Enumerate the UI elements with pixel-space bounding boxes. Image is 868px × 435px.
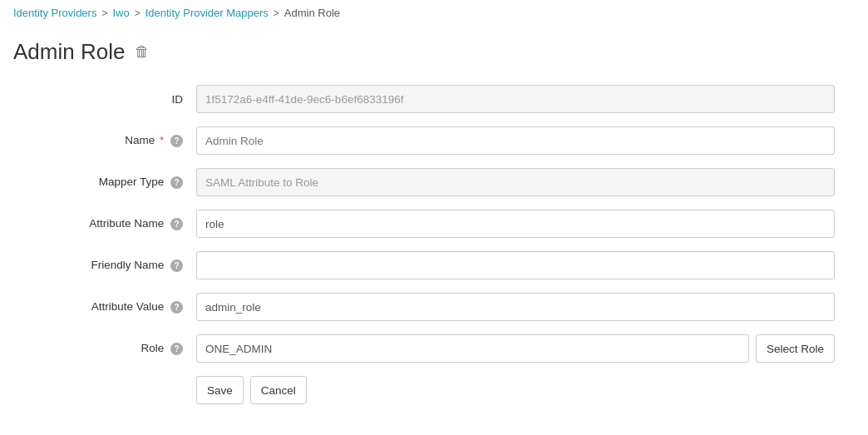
attribute-value-row: Attribute Value ? bbox=[13, 293, 835, 321]
mapper-type-field bbox=[196, 168, 835, 196]
attribute-value-help-icon[interactable]: ? bbox=[170, 301, 183, 314]
attribute-name-label: Attribute Name ? bbox=[13, 217, 196, 230]
role-input-group: Select Role bbox=[196, 334, 835, 363]
cancel-button[interactable]: Cancel bbox=[250, 376, 307, 404]
role-label: Role ? bbox=[13, 342, 196, 355]
select-role-button[interactable]: Select Role bbox=[756, 334, 835, 363]
breadcrumb-sep-2: > bbox=[135, 7, 141, 19]
mapper-type-help-icon[interactable]: ? bbox=[170, 176, 183, 189]
breadcrumb-iwo[interactable]: Iwo bbox=[112, 7, 129, 19]
id-row: ID bbox=[13, 85, 835, 113]
name-label: Name * ? bbox=[13, 134, 196, 147]
name-row: Name * ? bbox=[13, 126, 835, 155]
role-field[interactable] bbox=[196, 334, 749, 363]
breadcrumb-admin-role: Admin Role bbox=[284, 7, 340, 19]
id-field bbox=[196, 85, 835, 113]
save-button[interactable]: Save bbox=[196, 376, 244, 404]
mapper-type-label: Mapper Type ? bbox=[13, 175, 196, 189]
friendly-name-help-icon[interactable]: ? bbox=[170, 260, 183, 272]
friendly-name-label: Friendly Name ? bbox=[13, 259, 196, 272]
attribute-value-field[interactable] bbox=[196, 293, 835, 321]
friendly-name-field[interactable] bbox=[196, 251, 835, 279]
role-row: Role ? Select Role bbox=[13, 334, 835, 363]
breadcrumb-identity-providers[interactable]: Identity Providers bbox=[13, 7, 96, 19]
trash-icon[interactable]: 🗑 bbox=[135, 43, 150, 61]
attribute-name-field[interactable] bbox=[196, 210, 835, 238]
id-label: ID bbox=[13, 93, 196, 106]
breadcrumb-identity-provider-mappers[interactable]: Identity Provider Mappers bbox=[145, 7, 269, 19]
attribute-value-label: Attribute Value ? bbox=[13, 300, 196, 314]
breadcrumb-sep-1: > bbox=[101, 7, 107, 19]
required-star: * bbox=[156, 134, 164, 146]
page-title: Admin Role bbox=[13, 39, 125, 65]
friendly-name-row: Friendly Name ? bbox=[13, 251, 835, 279]
breadcrumb: Identity Providers > Iwo > Identity Prov… bbox=[0, 0, 868, 26]
form-container: ID Name * ? Mapper Type ? Attribute Name… bbox=[0, 85, 848, 421]
mapper-type-row: Mapper Type ? bbox=[13, 168, 835, 196]
form-actions: Save Cancel bbox=[196, 376, 835, 421]
breadcrumb-sep-3: > bbox=[274, 7, 279, 19]
page-header: Admin Role 🗑 bbox=[0, 26, 868, 85]
attribute-name-row: Attribute Name ? bbox=[13, 210, 835, 238]
name-field[interactable] bbox=[196, 126, 835, 155]
role-help-icon[interactable]: ? bbox=[170, 343, 183, 355]
attribute-name-help-icon[interactable]: ? bbox=[170, 218, 183, 230]
name-help-icon[interactable]: ? bbox=[170, 135, 183, 147]
